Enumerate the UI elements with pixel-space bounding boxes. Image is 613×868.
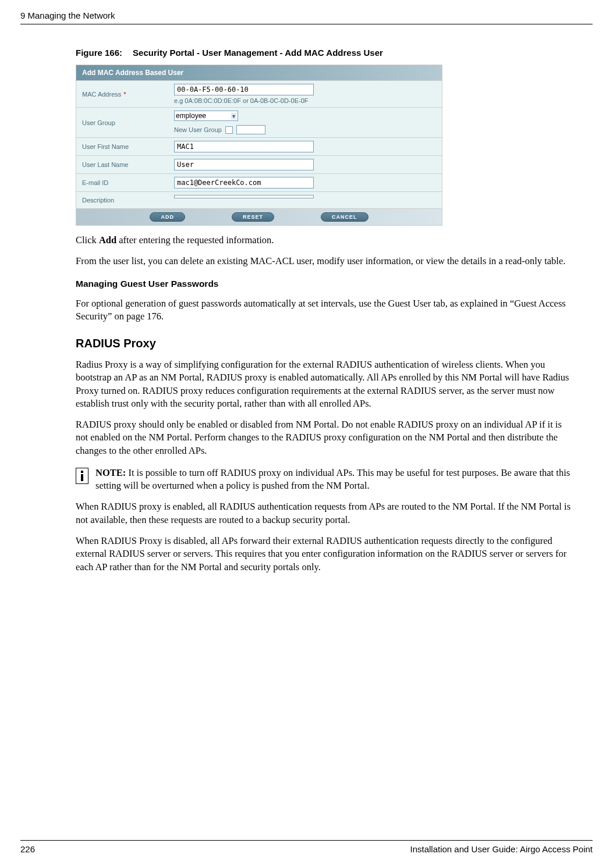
- first-name-input[interactable]: MAC1: [174, 141, 314, 152]
- paragraph-click-add: Click Add after entering the requested i…: [76, 234, 572, 247]
- page-footer: 226 Installation and User Guide: Airgo A…: [20, 840, 593, 854]
- note-body: It is possible to turn off RADIUS proxy …: [95, 467, 570, 491]
- info-icon: [76, 468, 88, 484]
- figure-title: Security Portal - User Management - Add …: [133, 48, 383, 58]
- label-email: E-mail ID: [76, 174, 169, 191]
- last-name-input[interactable]: User: [174, 159, 314, 170]
- value-description: [169, 192, 442, 208]
- note-text: NOTE: It is possible to turn off RADIUS …: [95, 467, 572, 493]
- label-description: Description: [76, 192, 169, 208]
- new-user-group-row: New User Group: [174, 125, 437, 134]
- row-user-group: User Group employee ▾ New User Group: [76, 107, 442, 137]
- user-group-select[interactable]: employee ▾: [174, 111, 238, 121]
- note-label: NOTE:: [95, 467, 126, 478]
- value-last-name: User: [169, 156, 442, 173]
- figure-number: Figure 166:: [76, 48, 122, 58]
- required-marker: *: [123, 91, 126, 98]
- button-row: ADD RESET CANCEL: [76, 208, 442, 225]
- row-email: E-mail ID mac1@DeerCreekCo.com: [76, 173, 442, 191]
- text: after entering the requested information…: [116, 234, 274, 246]
- page-header: 9 Managing the Network: [20, 0, 593, 24]
- paragraph-user-list: From the user list, you can delete an ex…: [76, 255, 572, 268]
- panel-title: Add MAC Address Based User: [76, 65, 442, 80]
- add-bold: Add: [99, 234, 116, 246]
- chapter-label: 9 Managing the Network: [20, 10, 115, 20]
- new-user-group-label: New User Group: [174, 126, 222, 133]
- value-email: mac1@DeerCreekCo.com: [169, 174, 442, 191]
- add-button[interactable]: ADD: [150, 212, 185, 222]
- email-input[interactable]: mac1@DeerCreekCo.com: [174, 177, 314, 188]
- row-first-name: User First Name MAC1: [76, 137, 442, 155]
- label-first-name: User First Name: [76, 138, 169, 155]
- mac-address-input[interactable]: 00-0A-F5-00-60-10: [174, 84, 314, 95]
- value-user-group: employee ▾ New User Group: [169, 108, 442, 137]
- subheading-guest-passwords: Managing Guest User Passwords: [76, 279, 572, 289]
- screenshot-panel: Add MAC Address Based User MAC Address *…: [76, 65, 442, 226]
- page-number: 226: [20, 844, 35, 854]
- heading-radius-proxy: RADIUS Proxy: [76, 337, 572, 350]
- label-user-group: User Group: [76, 108, 169, 137]
- note-block: NOTE: It is possible to turn off RADIUS …: [76, 467, 572, 493]
- label-last-name: User Last Name: [76, 156, 169, 173]
- new-user-group-input[interactable]: [236, 125, 265, 134]
- user-group-selected: employee: [176, 112, 206, 120]
- value-mac-address: 00-0A-F5-00-60-10 e.g 0A:0B:0C:0D:0E:0F …: [169, 81, 442, 107]
- label-mac-address: MAC Address *: [76, 81, 169, 107]
- value-first-name: MAC1: [169, 138, 442, 155]
- figure-caption: Figure 166:Security Portal - User Manage…: [76, 48, 572, 58]
- chevron-down-icon: ▾: [231, 113, 236, 119]
- paragraph-radius-intro: Radius Proxy is a way of simplifying con…: [76, 358, 572, 410]
- description-input[interactable]: [174, 195, 314, 198]
- row-last-name: User Last Name User: [76, 155, 442, 173]
- new-user-group-checkbox[interactable]: [225, 126, 233, 134]
- page-content: Figure 166:Security Portal - User Manage…: [0, 48, 613, 574]
- mac-address-hint: e.g 0A:0B:0C:0D:0E:0F or 0A-0B-0C-0D-0E-…: [174, 97, 437, 104]
- text: Click: [76, 234, 99, 246]
- row-description: Description: [76, 191, 442, 208]
- row-mac-address: MAC Address * 00-0A-F5-00-60-10 e.g 0A:0…: [76, 80, 442, 107]
- paragraph-radius-enabled: When RADIUS proxy is enabled, all RADIUS…: [76, 500, 572, 527]
- paragraph-guest-passwords: For optional generation of guest passwor…: [76, 297, 572, 323]
- reset-button[interactable]: RESET: [232, 212, 274, 222]
- paragraph-radius-disabled: When RADIUS Proxy is disabled, all APs f…: [76, 535, 572, 574]
- cancel-button[interactable]: CANCEL: [321, 212, 368, 222]
- label-text: MAC Address: [82, 91, 121, 98]
- paragraph-radius-enable: RADIUS proxy should only be enabled or d…: [76, 418, 572, 457]
- doc-title: Installation and User Guide: Airgo Acces…: [410, 844, 593, 854]
